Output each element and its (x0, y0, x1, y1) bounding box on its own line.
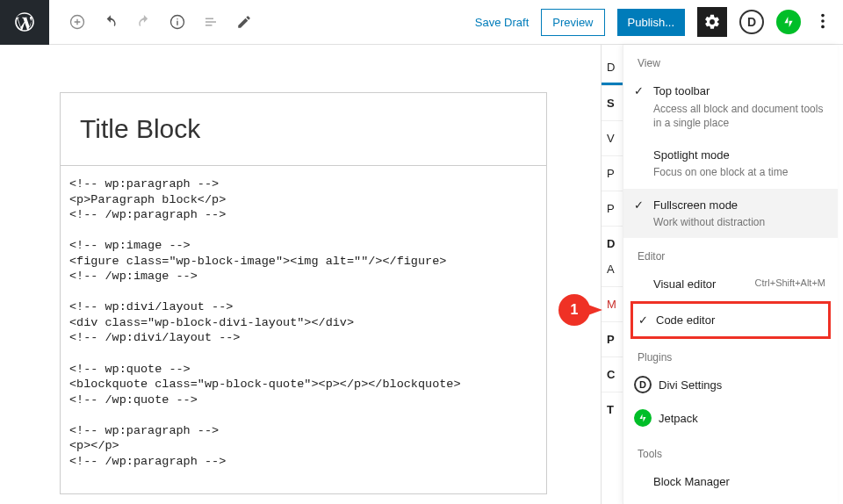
sidebar-section[interactable]: P (602, 191, 623, 226)
more-options-menu: View ✓ Top toolbar Access all block and … (623, 45, 838, 504)
divi-icon: D (634, 376, 652, 393)
info-button[interactable] (169, 13, 186, 31)
menu-item-desc: Work without distraction (653, 215, 825, 229)
add-block-button[interactable] (68, 13, 86, 31)
menu-item-divi-settings[interactable]: D Divi Settings (623, 369, 838, 402)
sidebar-section[interactable]: V (602, 120, 623, 155)
jetpack-icon-button[interactable] (776, 10, 801, 34)
menu-item-block-manager[interactable]: Block Manager (623, 465, 838, 499)
publish-button[interactable]: Publish... (617, 9, 685, 36)
callout-highlight: ✓ Code editor (630, 301, 831, 340)
post-title-box[interactable]: Title Block (60, 92, 547, 166)
menu-item-top-toolbar[interactable]: ✓ Top toolbar Access all block and docum… (623, 75, 838, 139)
menu-item-desc: Focus on one block at a time (653, 165, 825, 179)
sidebar-tab-document[interactable]: D (602, 52, 623, 85)
redo-button[interactable] (135, 13, 153, 31)
pencil-icon (236, 14, 252, 30)
menu-item-title: Top toolbar (653, 83, 825, 99)
sidebar-section[interactable]: C (602, 356, 623, 392)
divi-icon-button[interactable]: D (739, 10, 764, 34)
sidebar-section[interactable]: P (602, 321, 623, 356)
undo-icon (102, 13, 119, 31)
code-editor-content[interactable]: <!-- wp:paragraph --> <p>Paragraph block… (69, 176, 537, 469)
more-menu-button[interactable] (813, 11, 832, 33)
sidebar-section[interactable]: D (602, 226, 623, 261)
menu-item-title: Code editor (656, 313, 816, 328)
menu-item-spotlight[interactable]: Spotlight mode Focus on one block at a t… (623, 139, 838, 189)
menu-item-title: Jetpack (659, 411, 825, 427)
menu-section-editor: Editor (623, 238, 838, 268)
edit-button[interactable] (235, 13, 253, 31)
settings-button[interactable] (697, 7, 727, 37)
menu-item-title: Divi Settings (659, 378, 825, 393)
sidebar-section[interactable]: T (602, 392, 623, 427)
plus-circle-icon (68, 12, 86, 32)
wordpress-logo[interactable] (0, 0, 49, 45)
top-toolbar: Save Draft Preview Publish... D (0, 0, 843, 45)
check-icon: ✓ (638, 313, 648, 328)
menu-item-title: Fullscreen mode (653, 198, 825, 213)
outline-button[interactable] (202, 13, 220, 31)
menu-section-plugins: Plugins (623, 339, 838, 369)
redo-icon (135, 13, 153, 31)
undo-button[interactable] (102, 13, 119, 31)
jetpack-icon (782, 15, 796, 29)
preview-button[interactable]: Preview (541, 9, 604, 36)
menu-item-visual-editor[interactable]: Ctrl+Shift+Alt+M Visual editor (623, 268, 838, 301)
sidebar-section[interactable]: P (602, 155, 623, 191)
svg-point-3 (821, 19, 825, 23)
sidebar-section[interactable]: S (602, 85, 623, 120)
menu-item-title: Block Manager (653, 474, 825, 490)
post-title[interactable]: Title Block (80, 114, 527, 144)
menu-item-jetpack[interactable]: Jetpack (623, 402, 838, 436)
check-icon: ✓ (634, 198, 644, 213)
list-icon (203, 14, 219, 30)
code-editor-box[interactable]: <!-- wp:paragraph --> <p>Paragraph block… (60, 166, 547, 494)
gear-icon (703, 13, 721, 31)
sidebar-section[interactable]: M (602, 286, 623, 321)
menu-section-view: View (623, 45, 838, 75)
menu-item-code-editor[interactable]: ✓ Code editor (633, 304, 828, 337)
svg-point-2 (821, 13, 825, 17)
svg-point-4 (821, 25, 825, 28)
annotation-callout: 1 (558, 294, 602, 326)
wordpress-icon (13, 11, 36, 33)
check-icon: ✓ (634, 83, 644, 99)
kebab-icon (813, 11, 832, 31)
toolbar-left-group (49, 13, 253, 31)
settings-sidebar: D S V P P D A M P C T (601, 45, 623, 504)
menu-shortcut: Ctrl+Shift+Alt+M (755, 277, 825, 290)
save-draft-link[interactable]: Save Draft (475, 16, 529, 29)
menu-item-fullscreen[interactable]: ✓ Fullscreen mode Work without distracti… (623, 189, 838, 239)
menu-section-tools: Tools (623, 436, 838, 465)
info-icon (169, 13, 186, 31)
callout-arrow (583, 303, 602, 317)
sidebar-section[interactable]: A (602, 261, 623, 286)
menu-item-desc: Access all block and document tools in a… (653, 102, 825, 130)
toolbar-right-group: Save Draft Preview Publish... D (475, 7, 832, 37)
jetpack-icon (634, 409, 652, 427)
menu-item-title: Spotlight mode (653, 148, 825, 163)
